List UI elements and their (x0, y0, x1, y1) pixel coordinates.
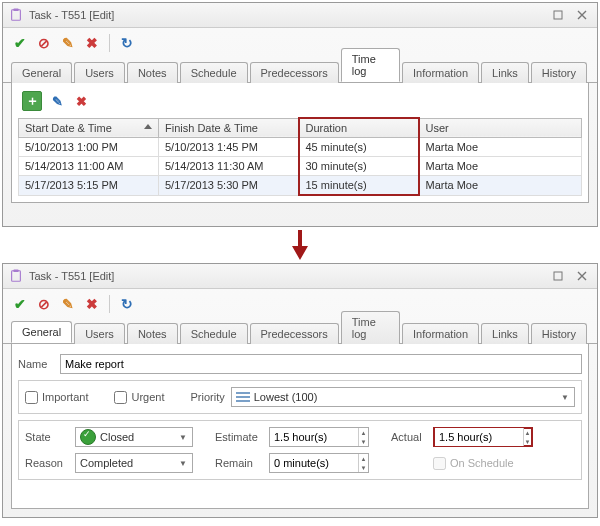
delete-icon[interactable]: ✖ (83, 295, 101, 313)
table-row[interactable]: 5/17/2013 5:15 PM 5/17/2013 5:30 PM 15 m… (19, 176, 582, 196)
cancel-icon[interactable]: ⊘ (35, 295, 53, 313)
urgent-label: Urgent (131, 391, 164, 403)
actual-input[interactable]: ▲▼ (433, 427, 533, 447)
col-finish[interactable]: Finish Date & Time (159, 118, 299, 138)
state-value: Closed (100, 431, 176, 443)
col-duration[interactable]: Duration (299, 118, 419, 138)
window-title: Task - T551 [Edit] (29, 9, 543, 21)
task-window-general: Task - T551 [Edit] ✔ ⊘ ✎ ✖ ↻ General Use… (2, 263, 598, 518)
svg-rect-1 (13, 8, 18, 11)
task-window-timelog: Task - T551 [Edit] ✔ ⊘ ✎ ✖ ↻ General Use… (2, 2, 598, 227)
cell-finish: 5/14/2013 11:30 AM (159, 157, 299, 176)
important-label: Important (42, 391, 88, 403)
toolbar-separator (109, 34, 110, 52)
svg-rect-4 (13, 269, 18, 272)
tab-schedule[interactable]: Schedule (180, 323, 248, 344)
clipboard-icon (9, 269, 23, 283)
refresh-icon[interactable]: ↻ (118, 34, 136, 52)
actual-value[interactable] (435, 428, 523, 446)
tab-links[interactable]: Links (481, 62, 529, 83)
tab-general[interactable]: General (11, 321, 72, 343)
important-checkbox[interactable]: Important (25, 391, 88, 404)
expand-button[interactable] (549, 269, 567, 283)
timelog-toolbar: ＋ ✎ ✖ (18, 89, 582, 113)
cell-finish: 5/17/2013 5:30 PM (159, 176, 299, 196)
tab-users[interactable]: Users (74, 62, 125, 83)
reason-select[interactable]: Completed ▼ (75, 453, 193, 473)
state-section: State Closed ▼ Estimate ▲▼ Actual ▲▼ (18, 420, 582, 480)
cancel-icon[interactable]: ⊘ (35, 34, 53, 52)
priority-section: Important Urgent Priority Lowest (100) ▼ (18, 380, 582, 414)
arrow-down-icon (2, 227, 598, 263)
delete-entry-button[interactable]: ✖ (72, 92, 90, 110)
cell-user: Marta Moe (419, 157, 582, 176)
chevron-down-icon: ▼ (558, 393, 572, 402)
state-select[interactable]: Closed ▼ (75, 427, 193, 447)
spinner-icon[interactable]: ▲▼ (358, 428, 368, 446)
tab-schedule[interactable]: Schedule (180, 62, 248, 83)
tab-history[interactable]: History (531, 62, 587, 83)
timelog-pane: ＋ ✎ ✖ Start Date & Time Finish Date & Ti… (11, 83, 589, 203)
accept-icon[interactable]: ✔ (11, 295, 29, 313)
refresh-icon[interactable]: ↻ (118, 295, 136, 313)
onschedule-checkbox: On Schedule (433, 457, 514, 470)
svg-rect-3 (12, 271, 21, 282)
reason-value: Completed (80, 457, 176, 469)
cell-duration: 45 minute(s) (299, 138, 419, 157)
remain-value[interactable] (270, 454, 358, 472)
expand-button[interactable] (549, 8, 567, 22)
table-row[interactable]: 5/10/2013 1:00 PM 5/10/2013 1:45 PM 45 m… (19, 138, 582, 157)
remain-label: Remain (215, 457, 263, 469)
spinner-icon[interactable]: ▲▼ (523, 428, 531, 446)
col-user[interactable]: User (419, 118, 582, 138)
tab-timelog[interactable]: Time log (341, 48, 400, 82)
tab-users[interactable]: Users (74, 323, 125, 344)
close-button[interactable] (573, 8, 591, 22)
cell-finish: 5/10/2013 1:45 PM (159, 138, 299, 157)
cell-start: 5/17/2013 5:15 PM (19, 176, 159, 196)
actual-label: Actual (391, 431, 427, 443)
titlebar[interactable]: Task - T551 [Edit] (3, 264, 597, 289)
edit-entry-button[interactable]: ✎ (48, 92, 66, 110)
priority-select[interactable]: Lowest (100) ▼ (231, 387, 575, 407)
main-toolbar: ✔ ⊘ ✎ ✖ ↻ (3, 28, 597, 58)
estimate-input[interactable]: ▲▼ (269, 427, 369, 447)
tab-predecessors[interactable]: Predecessors (250, 62, 339, 83)
tab-links[interactable]: Links (481, 323, 529, 344)
col-start[interactable]: Start Date & Time (19, 118, 159, 138)
remain-input[interactable]: ▲▼ (269, 453, 369, 473)
tab-timelog[interactable]: Time log (341, 311, 400, 344)
reason-label: Reason (25, 457, 69, 469)
tab-bar: General Users Notes Schedule Predecessor… (3, 319, 597, 344)
tab-general[interactable]: General (11, 62, 72, 83)
cell-user: Marta Moe (419, 176, 582, 196)
cell-user: Marta Moe (419, 138, 582, 157)
cell-duration: 30 minute(s) (299, 157, 419, 176)
edit-icon[interactable]: ✎ (59, 34, 77, 52)
tab-predecessors[interactable]: Predecessors (250, 323, 339, 344)
tab-information[interactable]: Information (402, 62, 479, 83)
edit-icon[interactable]: ✎ (59, 295, 77, 313)
tab-history[interactable]: History (531, 323, 587, 344)
chevron-down-icon: ▼ (176, 459, 190, 468)
table-row[interactable]: 5/14/2013 11:00 AM 5/14/2013 11:30 AM 30… (19, 157, 582, 176)
estimate-value[interactable] (270, 428, 358, 446)
cell-duration: 15 minute(s) (299, 176, 419, 196)
accept-icon[interactable]: ✔ (11, 34, 29, 52)
urgent-checkbox[interactable]: Urgent (114, 391, 164, 404)
tab-information[interactable]: Information (402, 323, 479, 344)
clipboard-icon (9, 8, 23, 22)
cell-start: 5/14/2013 11:00 AM (19, 157, 159, 176)
svg-rect-5 (554, 272, 562, 280)
tab-notes[interactable]: Notes (127, 62, 178, 83)
spinner-icon[interactable]: ▲▼ (358, 454, 368, 472)
sort-indicator-icon (144, 124, 152, 129)
name-label: Name (18, 358, 54, 370)
name-input[interactable] (60, 354, 582, 374)
titlebar[interactable]: Task - T551 [Edit] (3, 3, 597, 28)
add-entry-button[interactable]: ＋ (22, 91, 42, 111)
delete-icon[interactable]: ✖ (83, 34, 101, 52)
close-button[interactable] (573, 269, 591, 283)
col-start-label: Start Date & Time (25, 122, 112, 134)
tab-notes[interactable]: Notes (127, 323, 178, 344)
